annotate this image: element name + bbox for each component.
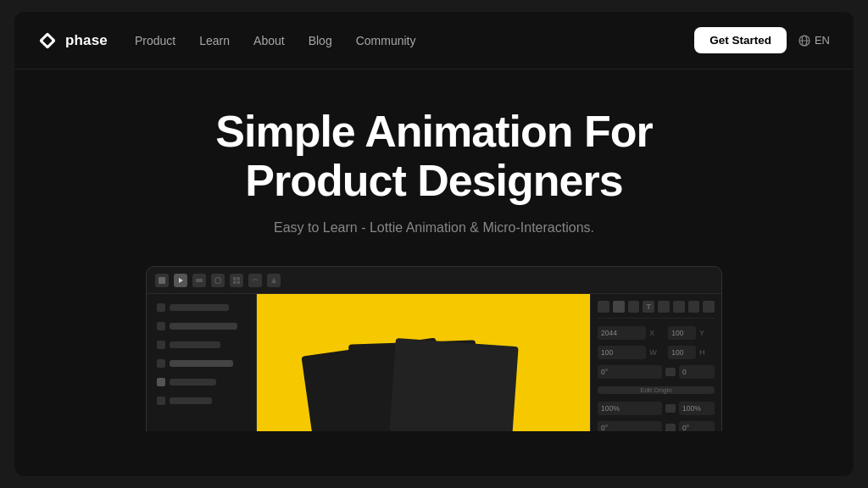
skew-input[interactable]: 0 bbox=[679, 365, 715, 379]
toolbar-icon-play[interactable] bbox=[174, 274, 187, 287]
get-started-button[interactable]: Get Started bbox=[694, 27, 787, 53]
nav-right: Get Started EN bbox=[694, 27, 830, 53]
panel-checkbox-5 bbox=[157, 378, 165, 386]
app-right-panel: T 2044 X 100 bbox=[590, 294, 721, 431]
lang-label: EN bbox=[815, 34, 830, 47]
logo-text: phase bbox=[65, 32, 108, 49]
panel-checkbox-4 bbox=[157, 359, 165, 368]
app-left-panel bbox=[147, 294, 257, 431]
panel-checkbox-3 bbox=[157, 341, 165, 349]
panel-row-4 bbox=[153, 357, 249, 370]
y-label: Y bbox=[699, 329, 715, 337]
globe-icon bbox=[798, 35, 810, 47]
nav-product[interactable]: Product bbox=[135, 34, 175, 47]
hero-section: Simple Animation For Product Designers E… bbox=[14, 69, 854, 476]
rot-row: 0° 0 bbox=[598, 365, 715, 379]
right-icon-3 bbox=[628, 301, 640, 313]
right-icon-2 bbox=[613, 301, 625, 313]
rot-icon bbox=[665, 368, 676, 376]
svg-rect-11 bbox=[233, 280, 236, 284]
rot2-row: 0° 0° bbox=[598, 421, 715, 431]
toolbar-icon-6[interactable] bbox=[248, 274, 262, 287]
right-icon-6 bbox=[688, 301, 700, 313]
svg-rect-10 bbox=[237, 277, 241, 280]
toolbar-icon-3[interactable] bbox=[192, 274, 206, 287]
panel-checkbox-2 bbox=[157, 322, 165, 330]
wh-row: 100 W 100 H bbox=[598, 346, 715, 359]
skew-value: 0 bbox=[682, 368, 687, 376]
right-icon-4 bbox=[658, 301, 670, 313]
toolbar-icon-7[interactable] bbox=[267, 274, 281, 287]
panel-bar-5 bbox=[170, 379, 216, 385]
app-body: T 2044 X 100 bbox=[147, 294, 721, 431]
scale-y-input[interactable]: 100% bbox=[679, 402, 715, 415]
coord-row: 2044 X 100 Y bbox=[598, 326, 715, 340]
hero-title: Simple Animation For Product Designers bbox=[137, 107, 731, 205]
page-wrapper: phase Product Learn About Blog Community… bbox=[14, 12, 854, 476]
right-icon-7 bbox=[703, 301, 715, 313]
edit-origin-label: Edit Origin bbox=[640, 386, 671, 394]
right-toolbar-row: T bbox=[598, 301, 715, 319]
canvas-shape-3 bbox=[389, 339, 518, 432]
right-icon-5 bbox=[673, 301, 685, 313]
lang-selector[interactable]: EN bbox=[798, 34, 830, 47]
toolbar-icon-4[interactable] bbox=[211, 274, 225, 287]
wval: 100 bbox=[671, 348, 683, 357]
panel-row-3 bbox=[153, 338, 249, 352]
x-input[interactable]: 100 bbox=[668, 326, 696, 340]
nav-links: Product Learn About Blog Community bbox=[135, 34, 694, 47]
panel-bar-1 bbox=[170, 304, 229, 311]
nav-community[interactable]: Community bbox=[356, 34, 416, 47]
navbar: phase Product Learn About Blog Community… bbox=[14, 12, 854, 69]
x-value: 100 bbox=[671, 329, 683, 337]
hero-subtitle: Easy to Learn - Lottie Animation & Micro… bbox=[274, 220, 594, 236]
panel-row-2 bbox=[153, 319, 249, 333]
nav-blog[interactable]: Blog bbox=[309, 34, 332, 47]
svg-rect-5 bbox=[159, 277, 165, 284]
w-val: 100 bbox=[601, 348, 613, 357]
app-toolbar bbox=[147, 267, 721, 294]
app-canvas bbox=[257, 294, 590, 431]
toolbar-icon-1[interactable] bbox=[155, 274, 169, 287]
panel-row-6 bbox=[153, 394, 249, 408]
rot-value: 0° bbox=[601, 368, 608, 376]
logo-area[interactable]: phase bbox=[38, 31, 108, 50]
rot-input[interactable]: 0° bbox=[598, 365, 662, 379]
value2-input[interactable]: 100 bbox=[598, 346, 646, 359]
rot2-input[interactable]: 0° bbox=[598, 421, 662, 431]
right-icon-1 bbox=[598, 301, 609, 313]
w-label: W bbox=[649, 348, 665, 357]
x-label: X bbox=[649, 329, 665, 337]
nav-learn[interactable]: Learn bbox=[199, 34, 230, 47]
panel-bar-4 bbox=[170, 360, 233, 367]
panel-checkbox bbox=[157, 303, 165, 312]
logo-icon bbox=[38, 31, 57, 50]
right-icon-t: T bbox=[643, 301, 654, 313]
panel-row-5 bbox=[153, 375, 249, 389]
panel-bar-6 bbox=[170, 397, 212, 404]
svg-marker-6 bbox=[179, 278, 183, 283]
rot2-y-input[interactable]: 0° bbox=[679, 421, 715, 431]
svg-rect-12 bbox=[237, 280, 241, 284]
svg-point-8 bbox=[215, 277, 221, 283]
coord-input[interactable]: 2044 bbox=[598, 326, 646, 340]
toolbar-icon-5[interactable] bbox=[230, 274, 243, 287]
w-input[interactable]: 100 bbox=[668, 346, 696, 359]
nav-about[interactable]: About bbox=[253, 34, 285, 47]
app-preview: T 2044 X 100 bbox=[146, 266, 722, 431]
panel-checkbox-6 bbox=[157, 396, 165, 405]
h-label: H bbox=[699, 348, 715, 357]
scale-value: 100% bbox=[601, 404, 620, 413]
panel-bar-2 bbox=[170, 323, 237, 330]
rot2-icon bbox=[665, 424, 676, 431]
coord-value: 2044 bbox=[601, 329, 617, 337]
scale-row: 100% 100% bbox=[598, 402, 715, 415]
panel-row-1 bbox=[153, 301, 249, 314]
svg-rect-9 bbox=[233, 277, 236, 280]
svg-rect-7 bbox=[196, 279, 203, 282]
panel-bar-3 bbox=[170, 341, 220, 348]
edit-origin-button[interactable]: Edit Origin bbox=[598, 386, 715, 394]
scale-input[interactable]: 100% bbox=[598, 402, 662, 415]
scale-icon bbox=[665, 404, 676, 413]
rot2-value: 0° bbox=[601, 424, 608, 431]
